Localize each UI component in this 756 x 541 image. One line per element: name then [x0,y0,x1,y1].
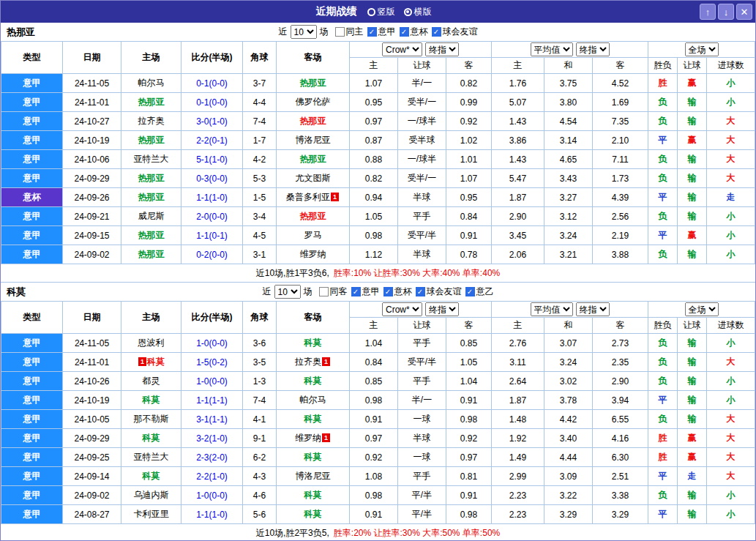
corners: 7-4 [243,112,277,131]
odds-source-select[interactable]: 平均值 [531,302,573,316]
odds-source-select[interactable]: Crow* [382,42,422,56]
col-subheader: 客 [593,318,648,334]
match-row: 意甲24-11-01热那亚0-1(0-0)4-4佛罗伦萨0.95受半/一0.99… [1,93,755,112]
odds-source-select[interactable]: 终指 [425,302,459,316]
match-date: 24-10-19 [63,131,121,150]
col-subheader: 主 [350,58,398,74]
corners: 9-1 [243,429,277,448]
europe-odds: 3.14 [544,131,593,150]
corners: 4-6 [243,486,277,505]
league-type: 意甲 [1,131,63,150]
europe-odds: 4.39 [593,188,648,207]
europe-odds: 2.51 [593,467,648,486]
odds-source-select[interactable]: 平均值 [531,42,573,56]
result-win-draw-loss: 胜 [648,74,678,93]
team-label: 帕尔马 [138,78,165,88]
asian-odds: 1.04 [350,334,398,353]
result-handicap: 输 [678,505,707,524]
match-row: 意甲24-10-26都灵1-0(0-0)1-3科莫0.85平手1.042.643… [1,372,755,391]
close-button[interactable]: ✕ [736,4,752,20]
match-table: 类型日期主场比分(半场)角球客场Crow*终指平均值终指全场主让球客主和客胜负让… [1,41,755,264]
col-header: 日期 [63,42,121,74]
checkbox-label: 意乙 [476,286,494,298]
col-subheader: 让球 [398,318,446,334]
team-label: 热那亚 [138,192,165,202]
result-win-draw-loss: 负 [648,486,678,505]
odds-source-select[interactable]: 终指 [576,42,610,56]
col-subheader: 进球数 [707,318,755,334]
filter-checkbox-同主[interactable]: 同主 [335,26,364,38]
odds-group-header: 全场 [648,42,755,58]
asian-odds: 1.07 [350,74,398,93]
result-handicap: 输 [678,188,707,207]
team-label: 科莫 [143,471,160,481]
layout-option-horizontal[interactable]: 横版 [404,6,432,18]
score: 2-2(0-1) [181,131,243,150]
league-type: 意甲 [1,372,63,391]
filter-checkbox-球会友谊[interactable]: ✓球会友谊 [416,286,462,298]
match-row: 意甲24-11-05恩波利1-0(0-0)3-6科莫1.04平手0.852.76… [1,334,755,353]
away-team: 科莫 [277,448,350,467]
odds-source-select[interactable]: 终指 [576,302,610,316]
filter-checkbox-同客[interactable]: 同客 [319,286,348,298]
asian-odds: 0.78 [446,245,492,264]
odds-source-select[interactable]: 终指 [425,42,459,56]
result-win-draw-loss: 负 [648,245,678,264]
corners: 1-5 [243,188,277,207]
asian-handicap: 受平/半 [398,353,446,372]
filter-checkboxes: 同主✓意甲✓意杯✓球会友谊 [332,26,478,38]
home-team: 热那亚 [121,93,181,112]
checkbox-icon [319,287,329,296]
filter-games-label: 场 [304,286,312,298]
team-label: 热那亚 [300,78,326,88]
score: 2-0(0-0) [181,207,243,226]
filter-checkbox-意杯[interactable]: ✓意杯 [383,286,412,298]
result-win-draw-loss: 平 [648,467,678,486]
asian-odds: 0.91 [446,226,492,245]
team-label: 博洛尼亚 [296,135,331,145]
filter-checkbox-球会友谊[interactable]: ✓球会友谊 [432,26,478,38]
match-row: 意甲24-10-19热那亚2-2(0-1)1-7博洛尼亚0.87受半球1.023… [1,131,755,150]
recent-count-select[interactable]: 10 [291,25,317,39]
checkbox-icon: ✓ [432,27,441,37]
filter-checkbox-意乙[interactable]: ✓意乙 [465,286,494,298]
match-row: 意甲24-09-02乌迪内斯1-0(0-0)4-6科莫0.98平/半0.912.… [1,486,755,505]
asian-odds: 0.97 [350,429,398,448]
layout-option-vertical[interactable]: 竖版 [367,6,395,18]
asian-odds: 0.92 [446,429,492,448]
score: 1-0(0-0) [181,486,243,505]
col-header: 角球 [243,302,277,334]
result-win-draw-loss: 负 [648,112,678,131]
match-row: 意甲24-09-25亚特兰大2-3(2-0)6-2科莫0.92一球0.971.4… [1,448,755,467]
away-team: 科莫 [277,410,350,429]
odds-source-select[interactable]: Crow* [382,302,422,316]
odds-source-select[interactable]: 全场 [685,302,719,316]
scroll-up-button[interactable]: ↑ [700,4,716,20]
europe-odds: 2.56 [593,207,648,226]
asian-odds: 0.91 [446,486,492,505]
scroll-down-button[interactable]: ↓ [718,4,734,20]
odds-source-select[interactable]: 全场 [685,42,719,56]
result-win-draw-loss: 平 [648,131,678,150]
result-goals: 大 [707,169,755,188]
asian-odds: 0.95 [446,188,492,207]
corners: 3-7 [243,74,277,93]
result-handicap: 输 [678,334,707,353]
league-type: 意甲 [1,391,63,410]
league-type: 意甲 [1,245,63,264]
team-label: 亚特兰大 [134,154,169,164]
score: 3-1(1-1) [181,410,243,429]
europe-odds: 2.76 [492,334,544,353]
corners: 3-6 [243,334,277,353]
team-label: 博洛尼亚 [296,471,331,481]
asian-odds: 0.82 [446,74,492,93]
col-header: 客场 [277,302,350,334]
filter-checkbox-意杯[interactable]: ✓意杯 [400,26,428,38]
recent-count-select[interactable]: 10 [274,285,301,299]
team-label: 乌迪内斯 [134,490,169,500]
score: 1-1(1-0) [181,505,243,524]
result-goals: 大 [707,429,755,448]
checkbox-icon: ✓ [416,287,425,296]
filter-checkbox-意甲[interactable]: ✓意甲 [351,286,380,298]
filter-checkbox-意甲[interactable]: ✓意甲 [367,26,396,38]
